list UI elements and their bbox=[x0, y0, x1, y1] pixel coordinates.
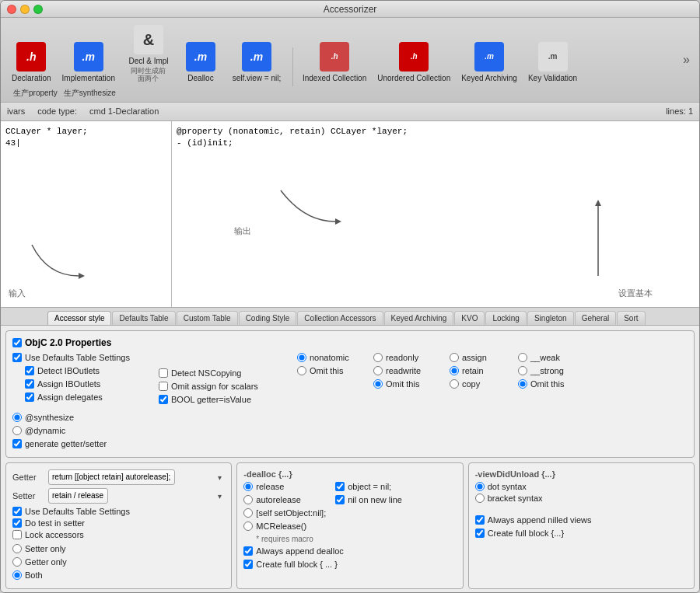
detect-nscopying-label: Detect NSCopying bbox=[171, 368, 242, 378]
nil-new-line-checkbox[interactable] bbox=[335, 495, 345, 504]
radio-copy[interactable] bbox=[450, 379, 459, 389]
toolbar-indexed-btn[interactable]: .h Indexed Collection bbox=[298, 38, 371, 86]
assign-delegates-checkbox[interactable] bbox=[25, 392, 34, 402]
objc-checkbox[interactable] bbox=[12, 338, 22, 347]
weak-label: __weak bbox=[530, 353, 560, 362]
cmd-label: cmd 1-Declaration bbox=[89, 106, 653, 116]
tab-collection-accessors[interactable]: Collection Accessors bbox=[297, 311, 383, 325]
window-title: Accessorizer bbox=[324, 4, 377, 15]
getter-only-label: Getter only bbox=[25, 557, 67, 567]
object-nil-checkbox[interactable] bbox=[335, 482, 345, 491]
create-full-block-dealloc-label: Create full block { ... } bbox=[256, 560, 338, 569]
radio-getter-only[interactable] bbox=[12, 557, 22, 567]
maximize-button[interactable] bbox=[33, 5, 43, 14]
radio-synthesize[interactable] bbox=[12, 413, 22, 422]
viewdidunload-section: -viewDidUnload {...} dot syntax bracket … bbox=[468, 462, 695, 589]
create-full-block-dealloc-checkbox[interactable] bbox=[243, 560, 253, 569]
titlebar: Accessorizer bbox=[1, 1, 699, 18]
toolbar: .h Declaration .m Implementation & De bbox=[1, 18, 699, 103]
tab-accessor-style[interactable]: Accessor style bbox=[47, 311, 111, 325]
toolbar-dealloc-btn[interactable]: .m Dealloc bbox=[177, 38, 224, 86]
radio-dynamic[interactable] bbox=[12, 426, 22, 435]
getter-label: Getter bbox=[12, 473, 44, 482]
radio-assign[interactable] bbox=[450, 353, 459, 362]
radio-self-setobject[interactable] bbox=[243, 508, 253, 518]
bracket-syntax-label: bracket syntax bbox=[488, 494, 543, 503]
tab-kvo[interactable]: KVO bbox=[454, 311, 485, 325]
radio-omit-atomic[interactable] bbox=[297, 366, 306, 375]
gs-use-defaults-checkbox[interactable] bbox=[12, 507, 22, 516]
radio-readwrite[interactable] bbox=[373, 366, 383, 375]
objc-title: ObjC 2.0 Properties bbox=[25, 337, 111, 348]
output-label: 输出 bbox=[234, 225, 251, 237]
radio-bracket-syntax[interactable] bbox=[475, 494, 485, 503]
radio-weak[interactable] bbox=[518, 353, 527, 362]
tab-sort[interactable]: Sort bbox=[617, 311, 645, 325]
tab-general[interactable]: Geheral bbox=[575, 311, 617, 325]
use-defaults-checkbox[interactable] bbox=[12, 353, 22, 362]
radio-readonly[interactable] bbox=[373, 353, 383, 362]
decl-impl-label: Decl & Impl bbox=[128, 57, 168, 66]
toolbar-declaration-btn[interactable]: .h Declaration bbox=[7, 38, 56, 86]
use-defaults-label: Use Defaults Table Settings bbox=[25, 353, 130, 362]
retain-label: retain bbox=[462, 366, 484, 375]
tab-coding-style[interactable]: Coding Style bbox=[239, 311, 297, 325]
main-window: Accessorizer .h Declaration .m Implement… bbox=[0, 0, 700, 593]
dealloc-icon: .m bbox=[185, 41, 216, 72]
output-arrow bbox=[273, 183, 343, 229]
lock-accessors-label: Lock accessors bbox=[25, 530, 84, 539]
toolbar-implementation-btn[interactable]: .m Implementation bbox=[58, 38, 120, 86]
radio-both[interactable] bbox=[12, 570, 22, 580]
radio-release[interactable] bbox=[243, 482, 253, 491]
toolbar-separator bbox=[292, 47, 293, 86]
settings-label: 设置基本 bbox=[618, 288, 653, 299]
toolbar-decl-impl-btn[interactable]: & Decl & Impl 同时生成前面两个 bbox=[121, 21, 176, 86]
tab-locking[interactable]: Locking bbox=[485, 311, 526, 325]
tab-defaults-table[interactable]: Defaults Table bbox=[112, 311, 175, 325]
toolbar-key-validation-btn[interactable]: .m Key Validation bbox=[523, 38, 582, 86]
tab-keyed-archiving[interactable]: Keyed Archiving bbox=[384, 311, 454, 325]
omit-assign-checkbox[interactable] bbox=[159, 382, 168, 391]
always-append-dealloc-label: Always append dealloc bbox=[256, 546, 344, 556]
radio-omit-rw[interactable] bbox=[373, 379, 383, 389]
nil-new-line-label: nil on new line bbox=[348, 495, 402, 504]
mid-sections: Getter return [[object retain] autorelea… bbox=[5, 462, 695, 589]
radio-strong[interactable] bbox=[518, 366, 527, 375]
generate-getter-checkbox[interactable] bbox=[12, 439, 22, 448]
traffic-lights bbox=[7, 5, 43, 14]
toolbar-keyed-archiving-btn[interactable]: .m Keyed Archiving bbox=[457, 38, 522, 86]
assign-label: assign bbox=[462, 353, 487, 362]
macro-note: * requires macro bbox=[256, 535, 326, 543]
toolbar-unordered-btn[interactable]: .h Unordered Collection bbox=[373, 38, 455, 86]
radio-nonatomic[interactable] bbox=[297, 353, 306, 362]
create-full-block-view-checkbox[interactable] bbox=[475, 528, 485, 538]
do-test-checkbox[interactable] bbox=[12, 518, 22, 528]
radio-autorelease[interactable] bbox=[243, 495, 253, 504]
tab-singleton[interactable]: Singleton bbox=[527, 311, 574, 325]
self-setobject-label: [self setObject:nil]; bbox=[256, 508, 326, 518]
lock-accessors-checkbox[interactable] bbox=[12, 530, 22, 539]
toolbar-selfview-btn[interactable]: .m self.view = nil; bbox=[226, 38, 288, 86]
getter-select[interactable]: return [[object retain] autorelease]; bbox=[48, 469, 175, 485]
omit-rw-label: Omit this bbox=[386, 379, 419, 389]
object-nil-label: object = nil; bbox=[348, 482, 391, 491]
assign-iboutlets-checkbox[interactable] bbox=[25, 379, 34, 389]
radio-dot-syntax[interactable] bbox=[475, 482, 485, 491]
radio-retain[interactable] bbox=[450, 366, 459, 375]
radio-omit-arc[interactable] bbox=[518, 379, 527, 389]
tab-custom-table[interactable]: Custom Table bbox=[177, 311, 238, 325]
detect-nscopying-checkbox[interactable] bbox=[159, 368, 168, 378]
radio-mcrelease[interactable] bbox=[243, 521, 253, 531]
always-append-views-checkbox[interactable] bbox=[475, 515, 485, 525]
detect-iboutlets-label: Detect IBOutlets bbox=[37, 366, 100, 375]
close-button[interactable] bbox=[7, 5, 16, 14]
bool-getter-checkbox[interactable] bbox=[159, 395, 168, 404]
detect-iboutlets-checkbox[interactable] bbox=[25, 366, 34, 375]
radio-setter-only[interactable] bbox=[12, 544, 22, 553]
both-label: Both bbox=[25, 570, 43, 580]
minimize-button[interactable] bbox=[20, 5, 30, 14]
toolbar-overflow-btn[interactable]: » bbox=[680, 50, 693, 70]
assign-delegates-label: Assign delegates bbox=[37, 392, 103, 402]
always-append-dealloc-checkbox[interactable] bbox=[243, 546, 253, 556]
setter-select[interactable]: retain / release bbox=[48, 488, 108, 504]
